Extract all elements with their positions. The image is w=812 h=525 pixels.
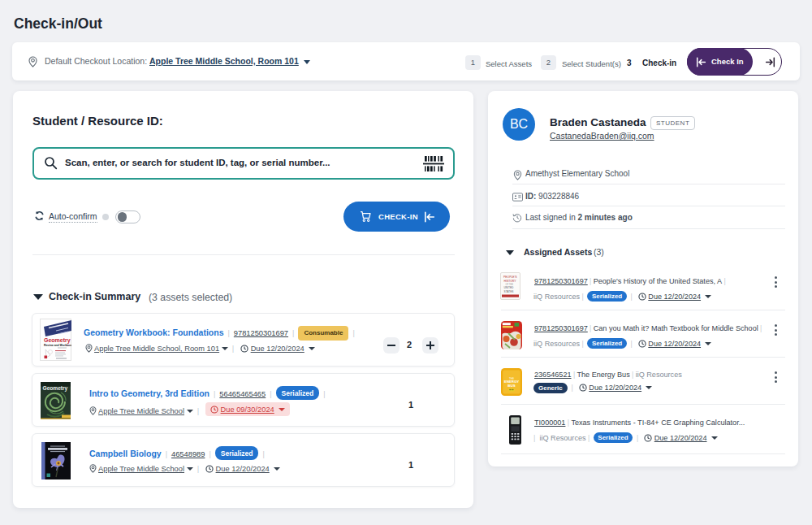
svg-text:PEOPLE'S: PEOPLE'S <box>503 276 517 279</box>
svg-text:Geometry: Geometry <box>43 385 68 392</box>
svg-text:OF THE: OF THE <box>506 283 514 286</box>
svg-text:HISTORY: HISTORY <box>504 280 517 283</box>
svg-text:Review and Workbook: Review and Workbook <box>44 344 71 347</box>
svg-text:BUS: BUS <box>508 384 515 388</box>
svg-text:UNITED: UNITED <box>504 286 515 289</box>
svg-text:STATES: STATES <box>504 290 514 293</box>
